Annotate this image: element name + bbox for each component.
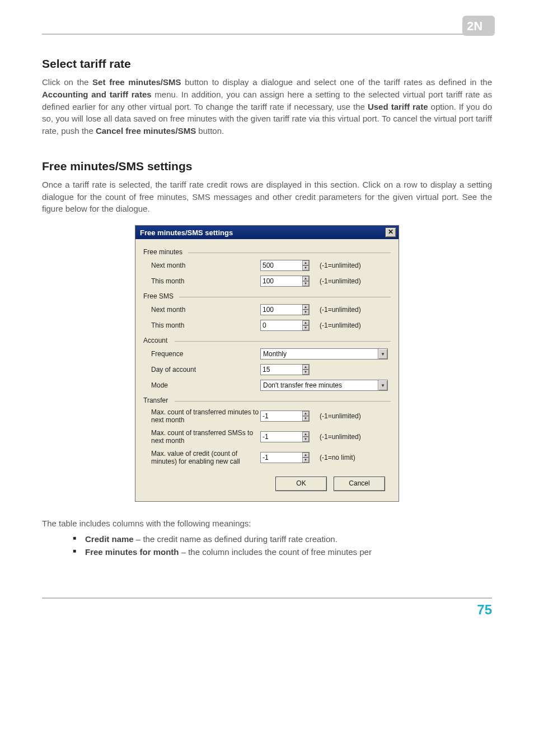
input-max-min[interactable]: ▲▼ (260, 410, 310, 422)
chevron-down-icon[interactable]: ▼ (378, 380, 387, 390)
group-transfer: Transfer (143, 393, 391, 405)
close-button[interactable]: ✕ (385, 227, 396, 237)
group-account: Account (143, 333, 391, 346)
table-intro: The table includes columns with the foll… (42, 517, 492, 530)
dialog-title: Free minutes/SMS settings (140, 228, 385, 237)
list-item: Credit name – the credit name as defined… (73, 533, 492, 546)
input-fm-this[interactable]: ▲▼ (260, 276, 310, 287)
page-number: 75 (477, 602, 492, 617)
cancel-button[interactable]: Cancel (334, 477, 385, 491)
label-mode: Mode (151, 381, 260, 389)
group-free-minutes: Free minutes (143, 245, 391, 257)
hint-unlimited: (-1=unlimited) (320, 412, 361, 420)
dialog-titlebar: Free minutes/SMS settings ✕ (135, 226, 399, 239)
spinner-icon[interactable]: ▲▼ (302, 365, 309, 375)
label-fm-this: This month (151, 277, 260, 285)
label-max-min: Max. count of transferred minutes to nex… (151, 408, 260, 424)
label-max-sms: Max. count of transferred SMSs to next m… (151, 429, 260, 445)
select-frequence[interactable]: Monthly ▼ (260, 348, 388, 360)
page-footer: 75 (42, 598, 492, 618)
header-rule (42, 34, 492, 35)
label-frequence: Frequence (151, 350, 260, 358)
hint-unlimited: (-1=unlimited) (320, 306, 361, 314)
spinner-icon[interactable]: ▲▼ (302, 432, 309, 442)
hint-nolimit: (-1=no limit) (320, 454, 355, 461)
input-max-credit[interactable]: ▲▼ (260, 452, 310, 463)
label-fs-next: Next month (151, 306, 260, 314)
column-meanings-list: Credit name – the credit name as defined… (42, 533, 492, 558)
list-item: Free minutes for month – the column incl… (73, 546, 492, 559)
select-mode[interactable]: Don't transfer free minutes ▼ (260, 380, 388, 391)
section-body-free-minutes: Once a tariff rate is selected, the tari… (42, 179, 492, 215)
input-fm-next[interactable]: ▲▼ (260, 260, 310, 271)
spinner-icon[interactable]: ▲▼ (302, 411, 309, 421)
svg-text:2N: 2N (467, 19, 483, 33)
hint-unlimited: (-1=unlimited) (320, 262, 361, 269)
hint-unlimited: (-1=unlimited) (320, 277, 361, 285)
brand-logo: 2N (462, 16, 495, 36)
label-max-credit: Max. value of credit (count of minutes) … (151, 450, 260, 466)
input-fs-next[interactable]: ▲▼ (260, 304, 310, 315)
section-title-free-minutes: Free minutes/SMS settings (42, 160, 492, 173)
section-body-select-tariff: Click on the Set free minutes/SMS button… (42, 76, 492, 137)
chevron-down-icon[interactable]: ▼ (378, 349, 387, 359)
input-max-sms[interactable]: ▲▼ (260, 431, 310, 442)
hint-unlimited: (-1=unlimited) (320, 433, 361, 441)
spinner-icon[interactable]: ▲▼ (302, 452, 309, 463)
group-free-sms: Free SMS (143, 289, 391, 301)
spinner-icon[interactable]: ▲▼ (302, 260, 309, 270)
input-day-account[interactable]: ▲▼ (260, 364, 310, 375)
hint-unlimited: (-1=unlimited) (320, 321, 361, 329)
label-fm-next: Next month (151, 262, 260, 269)
settings-dialog: Free minutes/SMS settings ✕ Free minutes… (135, 225, 399, 502)
ok-button[interactable]: OK (275, 477, 327, 491)
spinner-icon[interactable]: ▲▼ (302, 276, 309, 286)
spinner-icon[interactable]: ▲▼ (302, 320, 309, 330)
input-fs-this[interactable]: ▲▼ (260, 320, 310, 331)
section-title-select-tariff: Select tariff rate (42, 57, 492, 71)
spinner-icon[interactable]: ▲▼ (302, 305, 309, 315)
label-fs-this: This month (151, 321, 260, 329)
label-day-account: Day of account (151, 366, 260, 374)
